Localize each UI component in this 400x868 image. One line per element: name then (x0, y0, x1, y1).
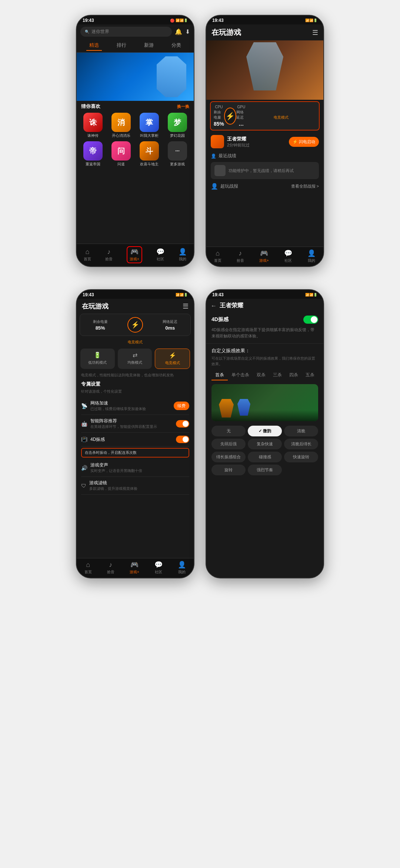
nav-music-2[interactable]: ♪ 拾音 (237, 250, 244, 263)
game-item-2[interactable]: 消 开心消消乐 (109, 113, 134, 138)
title-bar-3: 在玩游戏 ☰ (77, 299, 194, 314)
vibration-label: 4D振感 (211, 316, 229, 323)
battle-title: 超玩战报 (220, 183, 238, 189)
settings-ai-left: 🤖 智能阵容推荐 在英雄选择环节，智能提供阵容配置显示 (81, 418, 157, 429)
tab-new[interactable]: 新游 (141, 40, 157, 51)
recommend-section-header: 猜你喜欢 换一换 (77, 101, 194, 111)
vib-fast-spin[interactable]: 快速旋转 (284, 452, 318, 462)
game-item-5[interactable]: 帝 重返帝国 (80, 141, 106, 167)
nav-profile-2[interactable]: 👤 我的 (307, 249, 316, 263)
vtab-double-kill[interactable]: 双杀 (253, 370, 269, 380)
mode-esports[interactable]: ⚡ 电竞模式 (155, 349, 190, 369)
vtab-penta-kill[interactable]: 五杀 (302, 370, 318, 380)
settings-filter: 🛡 游戏滤镜 多款滤镜，提升游戏视觉体验 (81, 477, 189, 495)
back-bar: ← 王者荣耀 (206, 299, 323, 313)
vtab-single-kill[interactable]: 单个击杀 (228, 370, 253, 380)
download-icon[interactable]: ⬇ (185, 28, 190, 35)
mode-balanced[interactable]: ⇄ 均衡模式 (118, 349, 152, 369)
bottom-nav-3: ⌂ 首页 ♪ 拾音 🎮 游戏+ 💬 社区 👤 我的 (77, 558, 194, 578)
game-item-7[interactable]: 斗 欢喜斗地主 (137, 141, 162, 167)
nav-music-3[interactable]: ♪ 拾音 (107, 561, 114, 575)
ai-icon: 🤖 (81, 421, 87, 427)
status-bar-2: 19:43 📶📶🔋 (206, 16, 323, 24)
perf-mode-3: 电竞模式 (128, 340, 143, 344)
settings-ai: 🤖 智能阵容推荐 在英雄选择环节，智能提供阵容配置显示 (81, 415, 189, 433)
bottom-nav-2: ⌂ 首页 ♪ 拾音 🎮 游戏+ 💬 社区 👤 我的 (206, 247, 323, 266)
nav-games-3[interactable]: 🎮 游戏+ (130, 561, 139, 575)
game-item-3[interactable]: 掌 叫我大掌柜 (137, 113, 162, 138)
tab-ranking[interactable]: 排行 (114, 40, 129, 51)
gpu-label: GPU (237, 105, 245, 109)
renew-button[interactable]: 续费 (174, 402, 189, 410)
game-name: 王者荣耀 (227, 136, 250, 142)
tab-category[interactable]: 分类 (169, 40, 184, 51)
game-info-left: 王者荣耀 2分钟前玩过 (211, 135, 250, 148)
vib-intense-rhythm[interactable]: 强烈节奏 (248, 465, 282, 475)
nav-home-1[interactable]: ⌂ 首页 (84, 248, 91, 262)
nav-music-1[interactable]: ♪ 拾音 (105, 248, 113, 262)
battle-more[interactable]: 查看全部战报 > (291, 184, 319, 189)
person-icon-2: 👤 (211, 154, 216, 159)
vtab-first-kill[interactable]: 首杀 (211, 370, 228, 380)
nav-home-2[interactable]: ⌂ 首页 (214, 250, 221, 263)
game-label-6: 问道 (117, 162, 125, 167)
vibration-toggle-main[interactable] (303, 316, 318, 324)
vib-crisp[interactable]: 清脆 (284, 426, 318, 436)
low-power-icon: 🔋 (94, 352, 101, 359)
menu-icon-2[interactable]: ☰ (312, 29, 318, 37)
phone-3: 19:43 📶📶🔋 在玩游戏 ☰ 剩余电量 85% ⚡ (76, 289, 194, 578)
nav-profile-3[interactable]: 👤 我的 (178, 561, 186, 575)
vibration-toggle[interactable] (176, 436, 189, 443)
game-item-1[interactable]: 诛 诛神传 (80, 113, 106, 138)
nav-home-3[interactable]: ⌂ 首页 (84, 561, 92, 575)
network-icon: 📡 (81, 403, 87, 409)
launch-button[interactable]: ⚡ 闪电启动 (289, 137, 319, 147)
nav-games-1[interactable]: 🎮 游戏+ (127, 246, 142, 263)
vib-micro[interactable]: ✓ 微韵 (248, 426, 282, 436)
game-item-6[interactable]: 问 问道 (109, 141, 134, 167)
vtab-quad-kill[interactable]: 四杀 (286, 370, 302, 380)
hero-figure (157, 56, 186, 97)
vib-spin[interactable]: 旋转 (211, 465, 246, 475)
nav-community-1[interactable]: 💬 社区 (156, 248, 164, 262)
back-arrow[interactable]: ← (211, 303, 217, 309)
vib-none[interactable]: 无 (211, 426, 246, 436)
vib-collision[interactable]: 碰撞感 (248, 452, 282, 462)
banner-char-2 (246, 42, 283, 90)
menu-icon-3[interactable]: ☰ (183, 302, 189, 310)
nav-games-2[interactable]: 🎮 游戏+ (259, 249, 269, 263)
ai-toggle[interactable] (176, 420, 189, 428)
search-input[interactable]: 🔍 迷你世界 (80, 27, 172, 37)
game-icon-1: 诛 (83, 113, 103, 132)
settings-4d-left: 📳 4D振感 (81, 436, 105, 443)
game-icon-3: 掌 (140, 113, 159, 132)
vib-crisp-long[interactable]: 清脆后绵长 (284, 439, 318, 449)
mode-low-power[interactable]: 🔋 低功耗模式 (80, 349, 115, 369)
settings-network: 📡 网络加速 已过期，续费后继续享受加速体验 续费 (81, 397, 189, 415)
network-value: … (239, 121, 244, 127)
search-icon: 🔍 (85, 30, 89, 34)
lightning-icon-2: ⚡ (226, 112, 235, 121)
battle-icon: 👤 (211, 183, 218, 190)
tab-featured[interactable]: 精选 (86, 40, 102, 51)
refresh-btn[interactable]: 换一换 (177, 104, 189, 109)
nav-community-2[interactable]: 💬 社区 (284, 249, 292, 263)
perf-mode-2: 电竞模式 (274, 115, 289, 119)
game-label-1: 诛神传 (87, 133, 99, 138)
vib-long-combo[interactable]: 绵长振感组合 (211, 452, 246, 462)
settings-4d: 📳 4D振感 (81, 433, 189, 446)
vib-weak-strong[interactable]: 先弱后强 (211, 439, 246, 449)
status-bar-4: 19:43 📶📶🔋 (206, 290, 323, 299)
vtab-triple-kill[interactable]: 三杀 (269, 370, 286, 380)
game-info-row: 王者荣耀 2分钟前玩过 ⚡ 闪电启动 (206, 132, 323, 151)
game-item-4[interactable]: 梦 梦幻花园 (165, 113, 190, 138)
profile-icon: 👤 (179, 248, 187, 256)
vib-complex-fast[interactable]: 复杂快速 (248, 439, 282, 449)
game-item-more[interactable]: ··· 更多游戏 (165, 141, 190, 167)
nav-community-3[interactable]: 💬 社区 (154, 561, 163, 575)
battery-value: 85% (214, 121, 224, 127)
nav-profile-1[interactable]: 👤 我的 (179, 248, 187, 262)
network-label: 网络延迟 (236, 110, 246, 120)
notification-icon[interactable]: 🔔 (175, 28, 182, 35)
vibration-tabs: 首杀 单个击杀 双杀 三杀 四杀 五杀 (206, 369, 323, 382)
